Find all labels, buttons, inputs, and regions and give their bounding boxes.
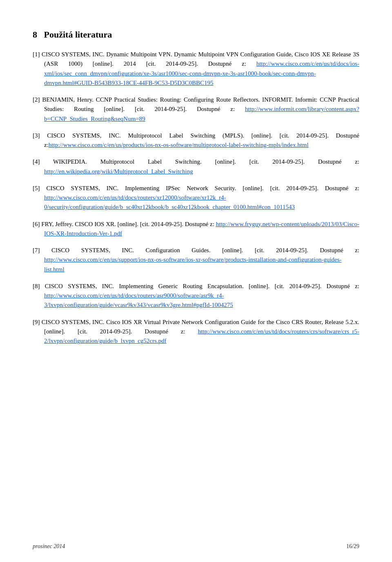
reference-text: [7] CISCO SYSTEMS, INC. Configuration Gu… — [33, 246, 359, 274]
reference-link[interactable]: http://www.cisco.com/c/en/us/support/ios… — [44, 256, 342, 272]
footer-date: prosinec 2014 — [33, 543, 65, 550]
reference-number: [3] — [33, 132, 47, 139]
reference-block: [2] BENJAMIN, Henry. CCNP Practical Stud… — [33, 95, 359, 124]
reference-number: [1] — [33, 51, 42, 58]
reference-block: [5] CISCO SYSTEMS, INC. Implementing IPS… — [33, 184, 359, 212]
reference-number: [9] — [33, 319, 42, 325]
reference-number: [5] — [33, 185, 46, 191]
reference-link[interactable]: http://www.fryguy.net/wp-content/uploads… — [44, 221, 359, 237]
reference-text: [3] CISCO SYSTEMS, INC. Multiprotocol La… — [33, 131, 359, 150]
chapter-heading: 8 Použitá literatura — [33, 29, 359, 40]
reference-block: [4] WIKIPEDIA. Multiprotocol Label Switc… — [33, 157, 359, 176]
references-list: [1] CISCO SYSTEMS, INC. Dynamic Multipoi… — [33, 50, 359, 346]
reference-block: [9] CISCO SYSTEMS, INC. Cisco IOS XR Vir… — [33, 318, 359, 346]
reference-link[interactable]: http://www.cisco.com/c/en/us/td/docs/ios… — [44, 60, 359, 86]
reference-number: [7] — [33, 247, 51, 253]
reference-text: [8] CISCO SYSTEMS, INC. Implementing Gen… — [33, 282, 359, 310]
reference-text: [5] CISCO SYSTEMS, INC. Implementing IPS… — [33, 184, 359, 212]
reference-link[interactable]: http://www.cisco.com/c/en/us/products/io… — [49, 142, 309, 148]
page-container: 8 Použitá literatura [1] CISCO SYSTEMS, … — [0, 0, 392, 562]
reference-text: [6] FRY, Jeffrey. CISCO IOS XR. [online]… — [33, 220, 359, 239]
page-footer: prosinec 2014 16/29 — [0, 543, 392, 550]
reference-number: [2] — [33, 96, 42, 103]
reference-link[interactable]: http://www.informit.com/library/content.… — [44, 106, 359, 122]
reference-number: [4] — [33, 158, 53, 165]
reference-link[interactable]: http://www.cisco.com/c/en/us/td/docs/rou… — [44, 292, 233, 308]
reference-block: [3] CISCO SYSTEMS, INC. Multiprotocol La… — [33, 131, 359, 150]
reference-text: [9] CISCO SYSTEMS, INC. Cisco IOS XR Vir… — [33, 318, 359, 346]
reference-text: [4] WIKIPEDIA. Multiprotocol Label Switc… — [33, 157, 359, 176]
reference-block: [7] CISCO SYSTEMS, INC. Configuration Gu… — [33, 246, 359, 274]
reference-text: [1] CISCO SYSTEMS, INC. Dynamic Multipoi… — [33, 50, 359, 88]
reference-block: [6] FRY, Jeffrey. CISCO IOS XR. [online]… — [33, 220, 359, 239]
reference-number: [6] — [33, 221, 41, 227]
reference-text: [2] BENJAMIN, Henry. CCNP Practical Stud… — [33, 95, 359, 124]
reference-link[interactable]: http://www.cisco.com/c/en/us/td/docs/rou… — [44, 328, 359, 344]
reference-number: [8] — [33, 283, 45, 289]
reference-link[interactable]: http://en.wikipedia.org/wiki/Multiprotoc… — [44, 168, 193, 175]
reference-block: [8] CISCO SYSTEMS, INC. Implementing Gen… — [33, 282, 359, 310]
footer-page-number: 16/29 — [346, 543, 359, 550]
reference-link[interactable]: http://www.cisco.com/c/en/us/td/docs/rou… — [44, 194, 295, 210]
reference-block: [1] CISCO SYSTEMS, INC. Dynamic Multipoi… — [33, 50, 359, 88]
